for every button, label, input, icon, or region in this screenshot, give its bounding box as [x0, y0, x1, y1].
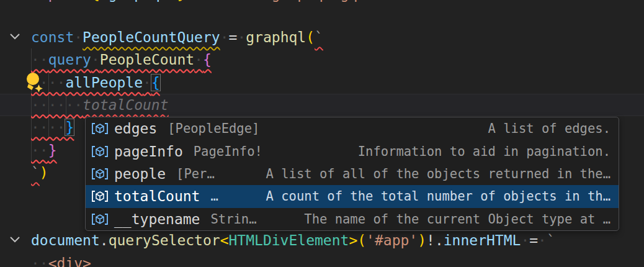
code-token: · — [220, 29, 229, 45]
code-line[interactable]: const·PeopleCountQuery·=·graphql(` — [31, 26, 555, 48]
code-token: graphql — [109, 0, 169, 2]
code-token: · — [74, 29, 83, 45]
code-token: ······ — [31, 97, 83, 113]
symbol-field-icon — [91, 145, 109, 158]
code-token: { — [91, 0, 100, 2]
code-token: < — [220, 232, 229, 248]
code-token: !. — [426, 232, 444, 248]
suggestion-label: totalCount — [114, 188, 200, 204]
code-token: ` — [547, 232, 555, 248]
code-token: ) — [40, 165, 48, 181]
code-token: { — [151, 75, 160, 91]
suggestion-description: A list of edges. — [488, 121, 610, 136]
code-token: '#app' — [366, 232, 418, 248]
suggestion-label: edges — [114, 120, 157, 137]
suggestion-detail: … — [210, 189, 218, 204]
symbol-field-icon — [91, 122, 109, 135]
code-token: graphql — [246, 29, 306, 45]
code-token: PeopleCount — [100, 52, 194, 68]
suggest-widget: edges [PeopleEdge] A list of edges. page… — [85, 117, 619, 231]
code-token: ` — [31, 165, 40, 181]
code-token: > — [349, 232, 357, 248]
code-token: · — [143, 75, 151, 91]
code-token: } — [48, 142, 57, 158]
suggestion-item-typename[interactable]: __typename Strin… The name of the curren… — [86, 208, 619, 230]
code-token: ` — [315, 29, 323, 45]
suggestion-description: A list of all of the objects returned in… — [266, 166, 610, 181]
code-line[interactable]: ··query·PeopleCount·{ — [31, 48, 555, 71]
suggestion-detail: Strin… — [210, 212, 256, 227]
suggestion-item-people[interactable]: people [Per… A list of all of the object… — [86, 163, 619, 185]
suggestion-detail: [Per… — [176, 166, 215, 181]
code-line[interactable] — [31, 3, 555, 25]
code-token: HTMLDivElement — [229, 232, 349, 248]
suggestion-item-pageinfo[interactable]: pageInfo PageInfo! Information to aid in… — [86, 140, 619, 162]
code-token: import — [31, 0, 83, 2]
code-token: · — [538, 232, 547, 248]
suggestion-description: A count of the total number of objects i… — [266, 189, 610, 204]
suggestion-label: people — [114, 166, 166, 182]
code-token: · — [169, 0, 177, 2]
code-token: = — [529, 232, 538, 248]
code-editor[interactable]: import·{·graphql·}·from·'../graphql/gql'… — [0, 0, 644, 267]
code-token: · — [83, 0, 91, 2]
fold-chevron-down-icon[interactable] — [8, 32, 22, 44]
code-token: · — [237, 29, 246, 45]
code-token: query — [48, 52, 91, 68]
code-token: innerHTML — [444, 232, 521, 248]
suggestion-label: pageInfo — [114, 143, 183, 160]
code-token: · — [521, 232, 529, 248]
code-token: · — [91, 52, 100, 68]
code-line[interactable]: ····allPeople·{ — [31, 71, 555, 94]
code-token: const — [31, 29, 74, 45]
suggestion-detail: PageInfo! — [194, 144, 262, 159]
suggestion-detail: [PeopleEdge] — [168, 121, 259, 136]
code-token: · — [186, 0, 194, 2]
suggestion-label: __typename — [114, 211, 200, 227]
code-token: ( — [357, 232, 366, 248]
code-token: allPeople — [65, 75, 143, 91]
code-token: · — [194, 52, 203, 68]
code-token: } — [65, 119, 74, 135]
code-token: ·· — [31, 52, 48, 68]
code-token: from — [194, 0, 228, 2]
suggestion-description: Information to aid in pagination. — [358, 144, 610, 159]
suggestion-description: The name of the current Object type at … — [304, 212, 610, 227]
code-token: PeopleCountQuery — [83, 29, 220, 45]
code-token: ) — [418, 232, 426, 248]
code-token: . — [100, 232, 109, 248]
code-token: ·· — [31, 142, 48, 158]
code-line-ghost-text[interactable]: ······totalCount — [31, 94, 555, 116]
fold-chevron-down-icon[interactable] — [8, 235, 22, 247]
code-token: { — [203, 52, 212, 68]
symbol-field-icon — [91, 212, 109, 226]
code-token: ····} — [31, 119, 74, 135]
code-line[interactable]: ··<div> — [31, 252, 555, 267]
code-token: ·· — [31, 255, 48, 267]
code-token: '../graphql/gql' — [237, 0, 375, 2]
code-token: ··query·PeopleCount·{ — [31, 52, 212, 68]
code-token: ( — [306, 29, 315, 45]
lightbulb-sparkle-icon[interactable] — [24, 71, 45, 96]
suggestion-item-edges[interactable]: edges [PeopleEdge] A list of edges. — [86, 117, 619, 140]
code-token: ···· — [31, 119, 65, 135]
code-token: document — [31, 232, 100, 248]
code-line[interactable]: document.querySelector<HTMLDivElement>('… — [31, 229, 555, 251]
code-token: = — [229, 29, 238, 45]
code-token: querySelector — [109, 232, 220, 248]
code-token: · — [229, 0, 238, 2]
symbol-field-icon — [91, 167, 109, 181]
code-token: } — [177, 0, 186, 2]
suggestion-item-totalcount[interactable]: totalCount … A count of the total number… — [86, 185, 619, 207]
code-token: totalCount — [83, 97, 168, 113]
symbol-field-icon — [91, 189, 109, 203]
code-token: ······totalCount — [31, 97, 169, 113]
code-token: ··} — [31, 142, 57, 158]
code-token: · — [100, 0, 109, 2]
code-token: ····allPeople·{ — [31, 75, 160, 91]
code-token: <div> — [48, 255, 91, 267]
